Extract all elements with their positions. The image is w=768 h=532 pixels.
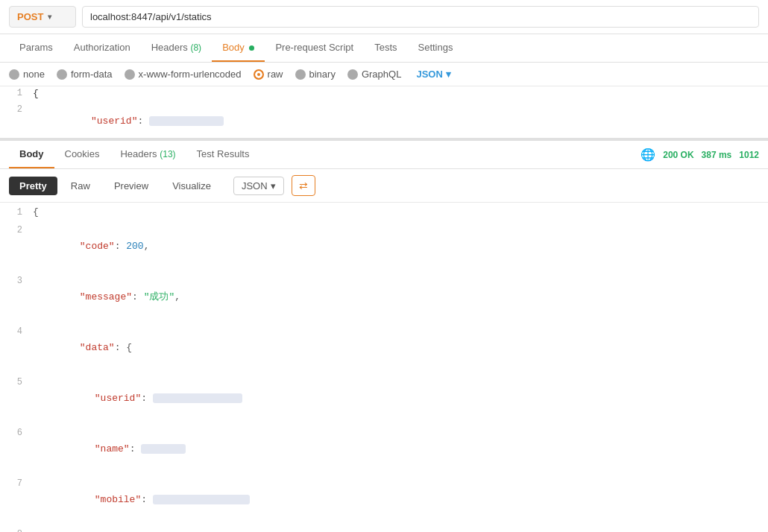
resp-line-8: 8 "department". , xyxy=(0,525,768,532)
response-status: 200 OK xyxy=(663,150,693,160)
req-line-2: 2 "userid": xyxy=(0,103,768,138)
option-binary[interactable]: binary xyxy=(295,69,336,80)
response-meta: 🌐 200 OK 387 ms 1012 xyxy=(640,148,759,162)
resp-json-select[interactable]: JSON ▾ xyxy=(233,177,284,195)
tab-headers[interactable]: Headers (8) xyxy=(141,34,212,62)
radio-graphql xyxy=(347,69,358,80)
tab-prerequest[interactable]: Pre-request Script xyxy=(265,34,364,62)
resp-tab-cookies[interactable]: Cookies xyxy=(54,141,110,168)
option-graphql[interactable]: GraphQL xyxy=(347,69,401,80)
globe-icon: 🌐 xyxy=(640,148,655,162)
option-raw[interactable]: raw xyxy=(254,69,283,80)
request-code-editor[interactable]: 1 { 2 "userid": xyxy=(0,86,768,139)
resp-line-6: 6 "name": xyxy=(0,423,768,474)
radio-none xyxy=(9,69,19,80)
resp-line-3: 3 "message": "成功", xyxy=(0,271,768,322)
resp-line-1: 1 { xyxy=(0,203,768,221)
wrap-icon: ⇄ xyxy=(299,180,308,191)
tab-tests[interactable]: Tests xyxy=(364,34,407,62)
redacted-name xyxy=(141,444,186,454)
resp-view-preview[interactable]: Preview xyxy=(104,177,159,195)
resp-line-2: 2 "code": 200, xyxy=(0,221,768,271)
resp-line-4: 4 "data": { xyxy=(0,322,768,373)
response-tabs-bar: Body Cookies Headers (13) Test Results 🌐… xyxy=(0,139,768,169)
response-code-area: 1 { 2 "code": 200, 3 "message": "成功", 4 … xyxy=(0,203,768,532)
redacted-userid-req xyxy=(149,116,224,126)
resp-tab-testresults[interactable]: Test Results xyxy=(186,141,260,168)
method-label: POST xyxy=(17,11,43,22)
tab-settings[interactable]: Settings xyxy=(408,34,464,62)
method-select[interactable]: POST ▾ xyxy=(9,6,76,28)
redacted-mobile xyxy=(153,495,250,504)
json-chevron-icon: ▾ xyxy=(446,69,451,80)
response-size: 1012 xyxy=(739,150,759,160)
response-time: 387 ms xyxy=(702,150,732,160)
resp-json-chevron-icon: ▾ xyxy=(271,180,276,191)
radio-formdata xyxy=(57,69,67,80)
response-view-bar: Pretty Raw Preview Visualize JSON ▾ ⇄ xyxy=(0,169,768,203)
req-line-1: 1 { xyxy=(0,86,768,103)
resp-view-pretty[interactable]: Pretty xyxy=(9,177,57,195)
option-none[interactable]: none xyxy=(9,69,45,80)
resp-line-7: 7 "mobile": xyxy=(0,474,768,525)
method-chevron-icon: ▾ xyxy=(48,13,51,21)
option-urlencoded[interactable]: x-www-form-urlencoded xyxy=(125,69,242,80)
url-bar: POST ▾ xyxy=(0,0,768,34)
resp-tab-body[interactable]: Body xyxy=(9,141,54,168)
url-input[interactable] xyxy=(82,6,759,28)
radio-binary xyxy=(295,69,306,80)
resp-tab-headers[interactable]: Headers (13) xyxy=(110,141,186,168)
json-format-select[interactable]: JSON ▾ xyxy=(416,69,450,80)
tab-params[interactable]: Params xyxy=(9,34,63,62)
tab-authorization[interactable]: Authorization xyxy=(63,34,141,62)
radio-urlencoded xyxy=(125,69,135,80)
resp-view-visualize[interactable]: Visualize xyxy=(162,177,221,195)
tab-body[interactable]: Body xyxy=(212,34,265,62)
request-tabs: Params Authorization Headers (8) Body Pr… xyxy=(0,34,768,63)
resp-line-5: 5 "userid": xyxy=(0,373,768,423)
body-options: none form-data x-www-form-urlencoded raw… xyxy=(0,63,768,86)
wrap-button[interactable]: ⇄ xyxy=(292,175,315,196)
redacted-userid xyxy=(153,393,242,403)
radio-raw xyxy=(254,69,264,80)
resp-view-raw[interactable]: Raw xyxy=(60,177,101,195)
option-formdata[interactable]: form-data xyxy=(57,69,113,80)
